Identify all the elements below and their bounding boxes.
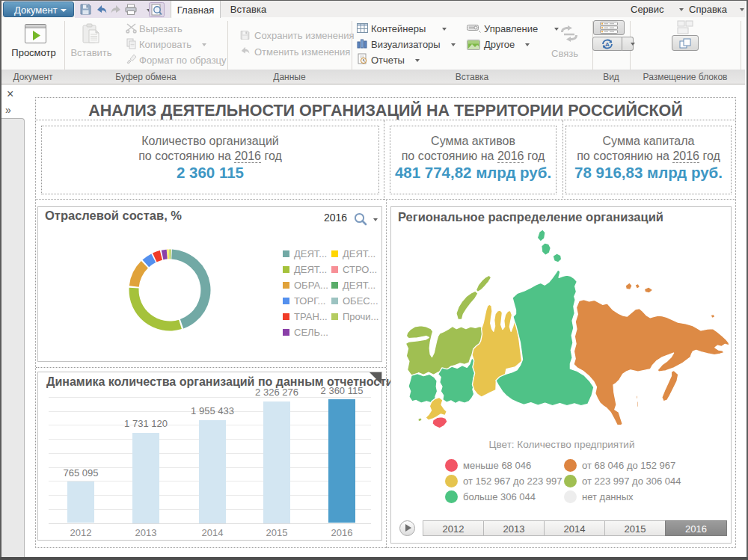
svg-text:A: A	[605, 41, 610, 48]
